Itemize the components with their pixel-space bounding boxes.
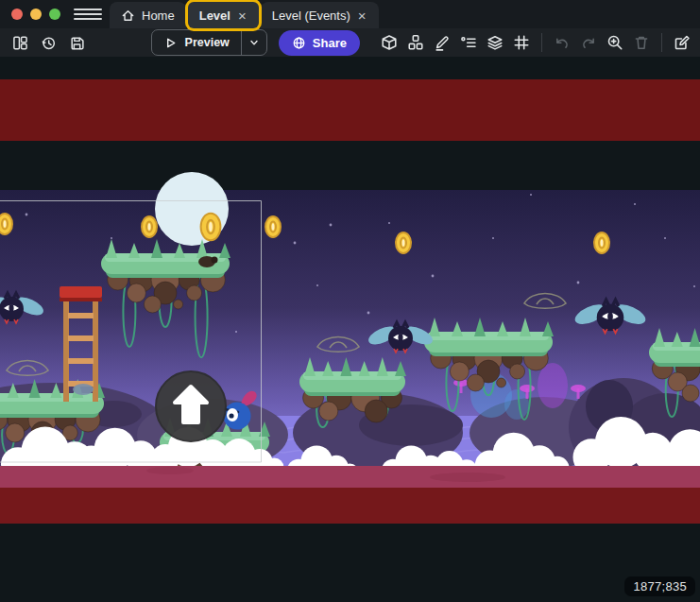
red-band-object[interactable] <box>0 79 700 141</box>
scene-viewport[interactable] <box>0 57 700 602</box>
preview-dropdown-button[interactable] <box>242 37 266 48</box>
instances-list-icon[interactable] <box>456 31 481 54</box>
minimize-window-icon[interactable] <box>30 9 42 20</box>
tab-label: Level <box>199 9 230 23</box>
toolbar: Preview Share <box>0 28 700 58</box>
pebble-object[interactable] <box>73 384 94 395</box>
globe-icon <box>292 36 306 50</box>
toolbar-right-icons <box>377 31 700 54</box>
coin-object[interactable] <box>265 216 281 237</box>
coin-object[interactable] <box>594 232 609 253</box>
redo-icon[interactable] <box>576 31 601 54</box>
coin-object[interactable] <box>396 232 411 253</box>
zoom-window-icon[interactable] <box>49 9 60 20</box>
share-label: Share <box>313 36 347 50</box>
tab-bar: Home Level × Level (Events) × <box>110 0 379 28</box>
tab-level-events[interactable]: Level (Events) × <box>261 2 379 28</box>
coin-object[interactable] <box>0 214 12 234</box>
toolbar-center: Preview Share <box>89 29 377 56</box>
traffic-lights <box>0 0 70 28</box>
trash-icon[interactable] <box>629 31 654 54</box>
coin-object[interactable] <box>201 214 221 241</box>
up-arrow-control-object[interactable] <box>156 371 226 441</box>
close-tab-icon[interactable]: × <box>237 9 248 23</box>
tab-label: Home <box>142 9 175 23</box>
preview-button[interactable]: Preview <box>151 29 267 56</box>
chevron-down-icon <box>248 37 260 48</box>
bottom-bands[interactable] <box>0 466 700 602</box>
gdevelop-window: Home Level × Level (Events) × <box>0 0 700 602</box>
edit-scene-icon[interactable] <box>670 31 694 54</box>
share-button[interactable]: Share <box>279 30 360 56</box>
panels-icon[interactable] <box>8 31 32 54</box>
scene-editor-canvas[interactable]: 1877;835 <box>0 57 700 602</box>
tab-label: Level (Events) <box>272 9 350 23</box>
preview-label: Preview <box>185 36 230 49</box>
coin-object[interactable] <box>142 216 157 237</box>
grid-icon[interactable] <box>509 31 534 54</box>
home-icon <box>121 9 135 23</box>
cursor-coordinates-badge: 1877;835 <box>624 576 695 596</box>
close-tab-icon[interactable]: × <box>357 9 367 23</box>
hamburger-menu-icon[interactable] <box>70 0 106 28</box>
edit-pencil-icon[interactable] <box>430 31 454 54</box>
tab-home[interactable]: Home <box>110 2 186 28</box>
toolbar-left-icons <box>0 31 89 54</box>
3d-box-icon[interactable] <box>377 31 401 54</box>
objects-icon[interactable] <box>403 31 428 54</box>
play-icon <box>163 36 178 50</box>
close-window-icon[interactable] <box>11 9 23 20</box>
tab-level[interactable]: Level × <box>188 2 259 28</box>
save-icon[interactable] <box>64 31 89 54</box>
history-icon[interactable] <box>36 31 60 54</box>
titlebar: Home Level × Level (Events) × <box>0 0 700 28</box>
undo-icon[interactable] <box>550 31 574 54</box>
layers-icon[interactable] <box>483 31 507 54</box>
zoom-in-icon[interactable] <box>603 31 627 54</box>
